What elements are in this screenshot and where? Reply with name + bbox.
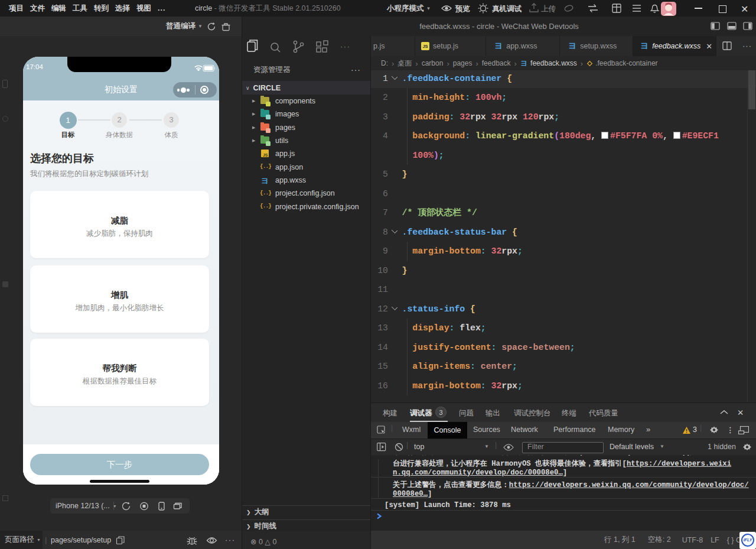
svg-text:···: ··· bbox=[340, 42, 351, 51]
svg-text:预览: 预览 bbox=[455, 5, 470, 13]
svg-text:上传: 上传 bbox=[541, 5, 556, 13]
svg-text:···: ··· bbox=[742, 41, 752, 50]
svg-text:真机调试: 真机调试 bbox=[492, 5, 522, 13]
